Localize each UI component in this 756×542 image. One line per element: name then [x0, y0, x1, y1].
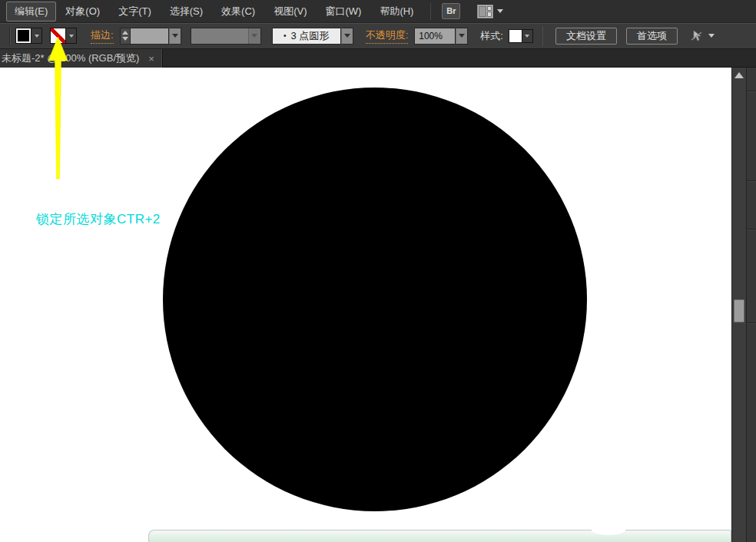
workspace-layout-icon [477, 5, 493, 18]
chevron-down-icon [497, 9, 503, 13]
style-label: 样式: [480, 29, 503, 43]
dock-separator [747, 91, 756, 91]
scrollbar-thumb[interactable] [734, 299, 744, 322]
control-bar: 描边: • 3 点圆形 不透明度: 100% 样式: 文 [0, 23, 756, 49]
bridge-launch-button[interactable]: Br [442, 3, 460, 19]
opacity-dropdown[interactable] [456, 28, 468, 45]
illustrator-window: 编辑(E) 对象(O) 文字(T) 选择(S) 效果(C) 视图(V) 窗口(W… [0, 0, 756, 542]
document-tab-bar: 未标题-2* @ 100% (RGB/预览) × [0, 49, 756, 68]
stroke-color-control [50, 28, 77, 44]
stepper-down-icon [122, 37, 128, 41]
style-swatch[interactable] [509, 29, 522, 43]
dock-separator [747, 180, 756, 181]
menu-effect[interactable]: 效果(C) [212, 2, 264, 21]
menu-help[interactable]: 帮助(H) [370, 2, 423, 21]
graphic-style-control: 样式: [480, 29, 533, 43]
opacity-label[interactable]: 不透明度: [366, 28, 409, 44]
brush-definition-value[interactable]: • 3 点圆形 [272, 28, 341, 45]
black-circle-object[interactable] [163, 88, 587, 511]
close-icon[interactable]: × [148, 54, 154, 64]
controlbar-groove [9, 27, 11, 45]
stroke-weight-stepper[interactable] [120, 28, 131, 45]
brush-preview-dot: • [284, 31, 287, 40]
opacity-value-field[interactable]: 100% [414, 28, 456, 45]
document-tab-title: 未标题-2* @ 100% (RGB/预览) [2, 51, 139, 65]
variable-width-profile-dropdown[interactable] [191, 28, 261, 45]
lock-shortcut-annotation: 锁定所选对象CTR+2 [36, 210, 161, 228]
dock-separator [747, 322, 756, 323]
style-dropdown[interactable] [522, 29, 533, 43]
preferences-button[interactable]: 首选项 [626, 28, 678, 45]
chevron-down-icon [172, 34, 178, 38]
selection-cursor-icon [690, 30, 704, 42]
arrow-up-icon [734, 72, 744, 78]
fill-color-swatch[interactable] [15, 28, 32, 44]
stroke-none-swatch[interactable] [50, 28, 66, 44]
document-setup-button[interactable]: 文档设置 [555, 28, 617, 45]
stepper-up-icon [122, 31, 128, 35]
menu-select[interactable]: 选择(S) [161, 2, 212, 21]
document-tab[interactable]: 未标题-2* @ 100% (RGB/预览) × [0, 49, 163, 68]
chevron-down-icon [708, 34, 715, 38]
menu-edit[interactable]: 编辑(E) [6, 2, 56, 21]
menu-type[interactable]: 文字(T) [109, 2, 161, 21]
chevron-down-icon [459, 34, 465, 38]
panel-dock-edge [746, 68, 756, 542]
menu-object[interactable]: 对象(O) [56, 2, 109, 21]
dock-separator [747, 229, 756, 230]
brush-name: 3 点圆形 [290, 29, 329, 43]
workspace-switcher[interactable] [477, 5, 503, 18]
opacity-control: 不透明度: 100% [366, 28, 469, 45]
stroke-color-dropdown[interactable] [66, 28, 77, 44]
chevron-down-icon [69, 35, 74, 38]
chevron-down-icon [251, 34, 257, 38]
artboard-canvas[interactable]: 锁定所选对象CTR+2 [0, 68, 731, 542]
menu-view[interactable]: 视图(V) [264, 2, 316, 21]
stroke-weight-dropdown[interactable] [169, 28, 181, 45]
vertical-scrollbar[interactable] [731, 68, 746, 542]
brush-definition-dropdown[interactable] [341, 28, 353, 45]
fill-color-control [15, 28, 42, 44]
chevron-down-icon [35, 35, 39, 38]
fill-color-dropdown[interactable] [32, 28, 42, 44]
menubar-separator [430, 3, 431, 20]
background-window-notch [592, 524, 625, 535]
chevron-down-icon [344, 34, 350, 38]
stroke-weight-field[interactable] [131, 28, 169, 45]
menu-window[interactable]: 窗口(W) [316, 2, 370, 21]
stroke-weight-label[interactable]: 描边: [91, 28, 114, 44]
menu-bar: 编辑(E) 对象(O) 文字(T) 选择(S) 效果(C) 视图(V) 窗口(W… [0, 0, 756, 23]
isolate-selection-control[interactable] [690, 30, 715, 42]
background-window-top-edge [148, 530, 731, 542]
profile-dropdown-arrow [248, 28, 260, 44]
chevron-down-icon [525, 35, 529, 38]
brush-definition-control: • 3 点圆形 [272, 28, 353, 45]
scroll-up-button[interactable] [732, 69, 746, 81]
controlbar-divider [542, 26, 543, 46]
